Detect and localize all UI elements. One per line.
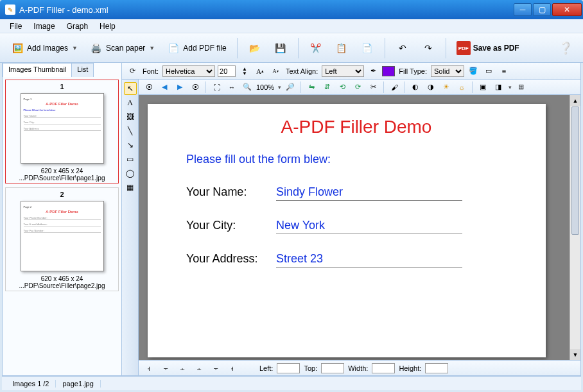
menu-graph[interactable]: Graph <box>61 21 94 32</box>
contrast-down-icon[interactable]: ◑ <box>424 81 437 93</box>
border-color-icon[interactable]: ▭ <box>482 65 495 77</box>
width-input[interactable] <box>372 363 395 373</box>
add-pdf-button[interactable]: 📄 Add PDF file <box>162 38 230 58</box>
flip-v-icon[interactable]: ⇵ <box>320 81 333 93</box>
fit-width-icon[interactable]: ↔ <box>225 81 238 93</box>
contrast-up-icon[interactable]: ◐ <box>409 81 422 93</box>
rotate-left-icon[interactable]: ⟲ <box>336 81 349 93</box>
fill-color-icon[interactable]: 🪣 <box>467 65 480 77</box>
doc-subtitle: Please fill out the form blew: <box>186 153 539 166</box>
main-toolbar: 🖼️ Add Images ▼ 🖨️ Scan paper ▼ 📄 Add PD… <box>0 33 583 63</box>
filltype-select[interactable]: SolidNone <box>431 65 464 77</box>
font-size-input[interactable] <box>218 65 236 77</box>
zoom-in-icon[interactable]: 🔍 <box>241 81 254 93</box>
zoom-out-icon[interactable]: 🔎 <box>284 81 297 93</box>
field-row: Your Address: Street 23 <box>186 252 539 268</box>
window-close-button[interactable]: ✕ <box>552 3 582 16</box>
paste-button[interactable]: 📄 <box>356 38 378 58</box>
next-page-icon[interactable]: ▶ <box>173 81 186 93</box>
field-value[interactable]: Sindy Flower <box>276 185 462 201</box>
top-input[interactable] <box>321 363 344 373</box>
font-label: Font: <box>143 67 159 75</box>
image-tool[interactable]: 🖼 <box>124 110 137 123</box>
font-select[interactable]: HelveticaArialTimes <box>162 65 215 77</box>
view-toolbar: ⦿ ◀ ▶ ⦿ ⛶ ↔ 🔍 100% ▾ 🔎 ⇋ ⇵ ⟲ ⟳ ✂ <box>139 80 580 95</box>
increase-font-icon[interactable]: A▴ <box>254 65 266 77</box>
window-minimize-button[interactable]: ─ <box>514 3 532 16</box>
align-middle-icon[interactable]: ⫟ <box>209 363 222 373</box>
dropdown-icon: ▼ <box>72 45 78 51</box>
text-tool[interactable]: A <box>124 96 137 109</box>
separator <box>298 38 299 58</box>
flip-h-icon[interactable]: ⇋ <box>305 81 318 93</box>
thumbnail-dims: 620 x 465 x 24 <box>7 167 117 175</box>
prev-page-icon[interactable]: ◀ <box>158 81 171 93</box>
save-as-pdf-button[interactable]: PDF Save as PDF <box>453 38 523 58</box>
separator <box>383 81 384 93</box>
save-button[interactable]: 💾 <box>270 38 292 58</box>
thumbnail-item[interactable]: 2 Page 2 A-PDF Filler Demo Your Phone Nu… <box>5 187 119 291</box>
line-style-icon[interactable]: ≡ <box>498 65 510 77</box>
add-images-label: Add Images <box>27 44 68 53</box>
copy-button[interactable]: 📋 <box>331 38 352 58</box>
align-center-icon[interactable]: ⫟ <box>159 363 172 373</box>
cut-button[interactable]: ✂️ <box>305 38 327 58</box>
crop-icon[interactable]: ✂ <box>367 81 379 93</box>
window-maximize-button[interactable]: ▢ <box>533 3 551 16</box>
first-page-icon[interactable]: ⦿ <box>143 81 155 93</box>
thumbnail-item[interactable]: 1 Page 1 A-PDF Filler Demo Please fill o… <box>5 80 119 183</box>
font-size-stepper[interactable]: ▲▼ <box>238 65 251 77</box>
stamp-tool[interactable]: ▦ <box>124 181 137 194</box>
add-images-button[interactable]: 🖼️ Add Images ▼ <box>6 38 82 58</box>
menu-image[interactable]: Image <box>28 21 60 32</box>
open-button[interactable]: 📂 <box>244 38 266 58</box>
pointer-tool[interactable]: ↖ <box>124 82 137 95</box>
field-value[interactable]: New York <box>276 219 462 234</box>
tab-thumbnail[interactable]: Images Thumbnail <box>3 63 72 77</box>
help-button[interactable]: ❔ <box>555 38 577 58</box>
refresh-icon[interactable]: ⟳ <box>126 65 139 77</box>
effects-icon[interactable]: 🖌 <box>388 81 401 93</box>
page-preview: A-PDF Filler Demo Please fill out the fo… <box>148 104 546 357</box>
bw-icon[interactable]: ◨ <box>492 81 505 93</box>
rotate-right-icon[interactable]: ⟳ <box>351 81 364 93</box>
vertical-scrollbar[interactable]: ▲ ▼ <box>570 95 580 360</box>
undo-button[interactable]: ↶ <box>392 38 413 58</box>
dropdown-icon[interactable]: ▾ <box>509 84 512 90</box>
menu-file[interactable]: File <box>4 21 28 32</box>
field-value[interactable]: Street 23 <box>276 252 462 268</box>
canvas[interactable]: A-PDF Filler Demo Please fill out the fo… <box>139 95 580 360</box>
arrow-tool[interactable]: ↘ <box>124 139 137 151</box>
scan-paper-button[interactable]: 🖨️ Scan paper ▼ <box>85 38 159 58</box>
align-top-icon[interactable]: ⫠ <box>193 363 205 373</box>
height-input[interactable] <box>425 363 448 373</box>
paste-icon: 📄 <box>360 41 374 55</box>
tab-list[interactable]: List <box>71 63 94 77</box>
rectangle-tool[interactable]: ▭ <box>124 153 137 166</box>
align-bottom-icon[interactable]: ⫞ <box>226 363 239 373</box>
menu-help[interactable]: Help <box>94 21 121 32</box>
align-left-icon[interactable]: ⫞ <box>143 363 155 373</box>
decrease-font-icon[interactable]: A▾ <box>269 65 282 77</box>
scroll-up-icon[interactable]: ▲ <box>570 95 580 106</box>
dropdown-icon[interactable]: ▾ <box>278 84 281 90</box>
color-swatch[interactable] <box>382 66 395 76</box>
line-tool[interactable]: ╲ <box>124 124 137 137</box>
scroll-down-icon[interactable]: ▼ <box>570 349 580 360</box>
ellipse-tool[interactable]: ◯ <box>124 167 137 180</box>
fit-page-icon[interactable]: ⛶ <box>210 81 223 93</box>
font-color-icon[interactable]: ✒ <box>367 65 379 77</box>
brightness-up-icon[interactable]: ☀ <box>440 81 453 93</box>
brightness-down-icon[interactable]: ☼ <box>455 81 468 93</box>
add-images-icon: 🖼️ <box>10 41 24 55</box>
redo-button[interactable]: ↷ <box>417 38 439 58</box>
thumbnail-path: ...PDF\Source\Filler\page1.jpg <box>7 175 117 182</box>
left-input[interactable] <box>277 363 300 373</box>
font-toolbar: ⟳ Font: HelveticaArialTimes ▲▼ A▴ A▾ Tex… <box>122 63 580 80</box>
grayscale-icon[interactable]: ▣ <box>476 81 489 93</box>
scrollbar-thumb[interactable] <box>571 107 579 235</box>
last-page-icon[interactable]: ⦿ <box>189 81 202 93</box>
align-right-icon[interactable]: ⫠ <box>176 363 189 373</box>
align-select[interactable]: LeftCenterRight <box>322 65 364 77</box>
deskew-icon[interactable]: ⊞ <box>514 81 527 93</box>
